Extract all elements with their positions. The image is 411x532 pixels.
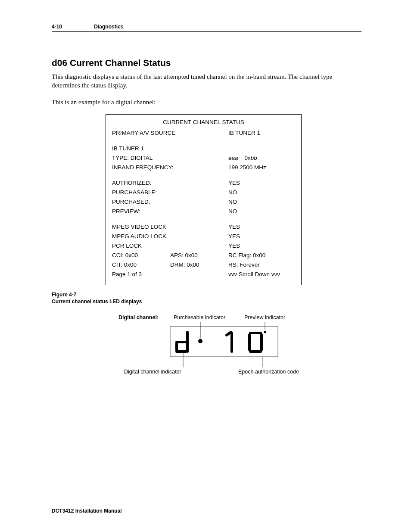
cci-field: CCI: 0x00	[112, 252, 170, 258]
page-number: 4-10	[52, 24, 93, 30]
footer-manual-title: DCT3412 Installation Manual	[52, 508, 122, 514]
led-epoch-label: Epoch authorization code	[238, 369, 299, 375]
tuner-label: IB TUNER 1	[112, 145, 228, 152]
figure-number: Figure 4-7	[52, 291, 361, 298]
section-title: d06 Current Channel Status	[52, 58, 361, 68]
led-purchasable-label: Purchasable indicator	[174, 314, 225, 320]
led-diagram: Digital channel: Purchasable indicator P…	[118, 314, 351, 379]
led-preview-label: Preview indicator	[244, 314, 285, 320]
led-display-icon	[166, 322, 291, 370]
authorized-value: YES	[228, 180, 295, 186]
rs-field: RS: Forever	[228, 261, 295, 268]
svg-point-6	[264, 331, 266, 333]
rcflag-field: RC Flag: 0x00	[228, 252, 295, 258]
section-name: Diagnostics	[94, 24, 123, 30]
authorized-label: AUTHORIZED:	[112, 180, 228, 186]
figure-title: Current channel status LED displays	[52, 298, 361, 305]
cit-field: CIT: 0x00	[112, 261, 170, 268]
pcr-lock-label: PCR LOCK	[112, 243, 228, 249]
figure-caption: Figure 4-7 Current channel status LED di…	[52, 291, 361, 305]
type-label: TYPE: DIGITAL	[112, 155, 228, 161]
aps-field: APS: 0x00	[170, 252, 228, 258]
type-value: aaa 0xbb	[228, 155, 295, 161]
status-box: CURRENT CHANNEL STATUS PRIMARY A/V SOURC…	[106, 114, 302, 285]
mpeg-video-lock-value: YES	[228, 224, 295, 230]
led-digital-label: Digital channel:	[118, 314, 159, 320]
led-dc-indicator-label: Digital channel indicator	[124, 369, 181, 375]
pcr-lock-value: YES	[228, 243, 295, 249]
purchased-label: PURCHASED:	[112, 199, 228, 205]
preview-label: PREVIEW:	[112, 208, 228, 215]
page-header: 4-10 Diagnostics	[52, 24, 361, 32]
preview-value: NO	[228, 208, 295, 215]
intro-paragraph-1: This diagnostic displays a status of the…	[52, 72, 361, 90]
drm-field: DRM: 0x00	[170, 261, 228, 268]
mpeg-audio-lock-value: YES	[228, 233, 295, 240]
freq-value: 199.2500 MHz	[228, 164, 295, 171]
freq-label: INBAND FREQUENCY:	[112, 164, 228, 171]
purchasable-label: PURCHASABLE:	[112, 189, 228, 196]
purchased-value: NO	[228, 199, 295, 205]
scroll-indicator: vvv Scroll Down vvv	[228, 271, 295, 277]
primary-source-value: IB TUNER 1	[228, 130, 295, 136]
svg-point-5	[198, 339, 202, 343]
purchasable-value: NO	[228, 189, 295, 196]
mpeg-video-lock-label: MPEG VIDEO LOCK	[112, 224, 228, 230]
mpeg-audio-lock-label: MPEG AUDIO LOCK	[112, 233, 228, 240]
intro-paragraph-2: This is an example for a digital channel…	[52, 98, 361, 106]
page-indicator: Page 1 of 3	[112, 271, 228, 277]
status-title: CURRENT CHANNEL STATUS	[112, 119, 295, 125]
primary-source-label: PRIMARY A/V SOURCE	[112, 130, 228, 136]
